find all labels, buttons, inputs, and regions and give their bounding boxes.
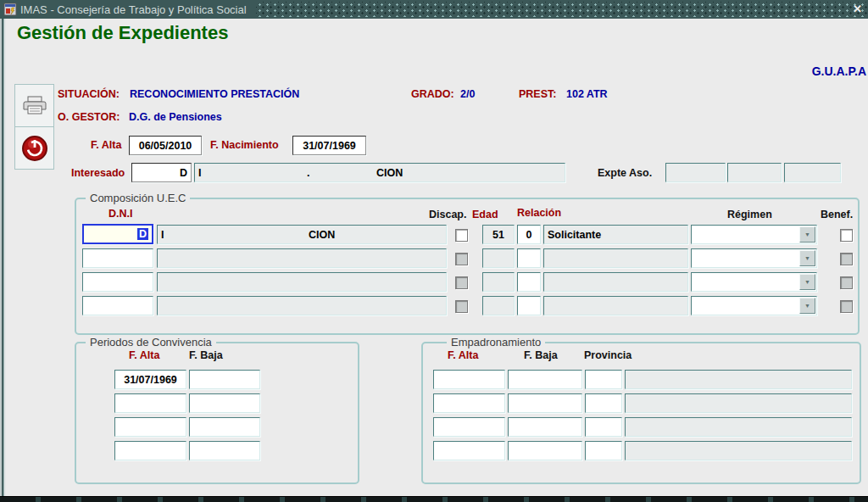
emp-provincia-name-field bbox=[625, 393, 852, 413]
prest-label: PREST: bbox=[519, 88, 556, 100]
gestor-value: D.G. de Pensiones bbox=[129, 111, 222, 123]
page-title: Gestión de Expedientes bbox=[17, 22, 228, 44]
printer-icon bbox=[22, 95, 47, 117]
periodo-falta-input[interactable] bbox=[114, 441, 186, 460]
print-button[interactable] bbox=[14, 84, 54, 127]
expte-aso-label: Expte Aso. bbox=[598, 167, 652, 179]
edad-field bbox=[482, 248, 515, 268]
emp-provincia-code-input[interactable] bbox=[585, 417, 622, 437]
dni-input[interactable] bbox=[82, 248, 153, 268]
window-title: IMAS - Consejería de Trabajo y Política … bbox=[20, 3, 247, 16]
relacion-desc-field: Solicitante bbox=[543, 225, 688, 244]
edad-field bbox=[482, 296, 515, 315]
relacion-code-input[interactable] bbox=[517, 248, 541, 268]
relacion-code-input[interactable] bbox=[517, 272, 541, 292]
interesado-label: Interesado bbox=[71, 167, 125, 179]
titlebar-pattern bbox=[256, 2, 868, 17]
situacion-value: RECONOCIMIENTO PRESTACIÓN bbox=[130, 88, 299, 100]
window-titlebar[interactable]: IMAS - Consejería de Trabajo y Política … bbox=[0, 0, 868, 19]
prest-value: 102 ATR bbox=[566, 88, 608, 100]
regimen-header: Régimen bbox=[727, 209, 772, 220]
emp-provincia-code-input[interactable] bbox=[585, 393, 622, 413]
interesado-name-start: I bbox=[198, 167, 201, 179]
member-name-field bbox=[157, 248, 447, 268]
benef-checkbox bbox=[840, 253, 853, 265]
periodo-falta-input[interactable] bbox=[114, 393, 186, 413]
dni-input[interactable]: D bbox=[82, 224, 153, 244]
periodo-falta-input[interactable] bbox=[114, 417, 186, 437]
dni-header: D.N.I bbox=[108, 208, 132, 220]
emp-falta-input[interactable] bbox=[433, 417, 505, 437]
periodo-fbaja-input[interactable] bbox=[189, 441, 260, 460]
emp-falta-input[interactable] bbox=[433, 441, 505, 460]
app-icon[interactable] bbox=[3, 3, 17, 16]
periodos-fbaja-header: F. Baja bbox=[189, 349, 223, 361]
emp-fbaja-input[interactable] bbox=[508, 441, 582, 460]
grado-label: GRADO: bbox=[411, 88, 454, 100]
benef-checkbox bbox=[840, 276, 853, 289]
periodo-fbaja-input[interactable] bbox=[189, 393, 260, 413]
dropdown-arrow-icon[interactable]: ▼ bbox=[799, 274, 815, 290]
periodo-fbaja-input[interactable] bbox=[189, 370, 260, 389]
edad-header: Edad bbox=[472, 209, 498, 220]
fnacimiento-input[interactable]: 31/07/1969 bbox=[292, 136, 366, 155]
regimen-combo[interactable]: ▼ bbox=[691, 248, 817, 268]
regimen-combo[interactable]: ▼ bbox=[691, 272, 817, 292]
emp-fbaja-input[interactable] bbox=[508, 417, 582, 437]
emp-falta-header: F. Alta bbox=[448, 349, 478, 361]
dropdown-arrow-icon[interactable]: ▼ bbox=[799, 250, 815, 266]
member-name-field bbox=[157, 296, 447, 315]
dropdown-arrow-icon[interactable]: ▼ bbox=[799, 298, 815, 314]
exit-button[interactable] bbox=[14, 126, 54, 170]
member-name-start: I bbox=[161, 229, 164, 241]
situacion-label: SITUACIÓN: bbox=[58, 88, 120, 100]
relacion-desc-field bbox=[543, 272, 688, 292]
emp-fbaja-input[interactable] bbox=[508, 370, 582, 389]
expte-aso-field-1 bbox=[665, 163, 726, 182]
emp-provincia-code-input[interactable] bbox=[585, 370, 622, 389]
relacion-code-input[interactable]: 0 bbox=[517, 225, 541, 244]
emp-provincia-header: Provincia bbox=[584, 349, 632, 361]
close-icon[interactable]: ✕ bbox=[850, 2, 865, 16]
dropdown-arrow-icon[interactable]: ▼ bbox=[799, 226, 815, 243]
interesado-name-field: I . CION bbox=[194, 163, 565, 182]
discap-checkbox[interactable] bbox=[455, 229, 468, 242]
application-window: IMAS - Consejería de Trabajo y Política … bbox=[0, 0, 868, 502]
interesado-name-end: CION bbox=[376, 167, 403, 179]
emp-provincia-code-input[interactable] bbox=[585, 441, 622, 460]
emp-fbaja-header: F. Baja bbox=[524, 349, 558, 361]
power-icon bbox=[20, 134, 49, 163]
empadronamiento-groupbox: Empadronamiento bbox=[421, 342, 861, 484]
window-left-border bbox=[0, 19, 6, 502]
emp-fbaja-input[interactable] bbox=[508, 393, 582, 413]
dni-selected-text: D bbox=[137, 228, 148, 240]
falta-input[interactable]: 06/05/2010 bbox=[129, 136, 202, 155]
window-bottom-border bbox=[0, 496, 868, 502]
periodo-falta-input[interactable]: 31/07/1969 bbox=[114, 370, 186, 389]
emp-provincia-name-field bbox=[625, 417, 852, 437]
composicion-title: Composición U.E.C bbox=[86, 192, 190, 204]
emp-provincia-name-field bbox=[625, 370, 852, 389]
dni-input[interactable] bbox=[82, 296, 153, 315]
grado-value: 2/0 bbox=[460, 88, 475, 100]
emp-falta-input[interactable] bbox=[433, 393, 505, 413]
periodos-falta-header: F. Alta bbox=[129, 349, 159, 361]
periodo-fbaja-input[interactable] bbox=[189, 417, 260, 437]
expte-aso-field-3 bbox=[784, 163, 841, 182]
relacion-code-input[interactable] bbox=[517, 296, 541, 315]
relacion-header: Relación bbox=[517, 207, 561, 219]
benef-header: Benef. bbox=[821, 209, 853, 220]
discap-checkbox bbox=[455, 300, 468, 313]
benef-checkbox[interactable] bbox=[840, 229, 853, 242]
edad-field: 51 bbox=[482, 225, 515, 244]
regimen-combo[interactable]: ▼ bbox=[691, 225, 817, 244]
falta-label: F. Alta bbox=[91, 139, 121, 151]
regimen-combo[interactable]: ▼ bbox=[691, 296, 817, 315]
corner-code: G.U.A.P.A bbox=[812, 64, 866, 78]
interesado-dni-input[interactable]: D bbox=[131, 163, 192, 182]
dni-input[interactable] bbox=[82, 272, 153, 292]
periodos-groupbox: Periodos de Convivencia bbox=[75, 342, 359, 484]
emp-falta-input[interactable] bbox=[433, 370, 505, 389]
emp-provincia-name-field bbox=[625, 441, 852, 460]
benef-checkbox bbox=[840, 300, 853, 313]
